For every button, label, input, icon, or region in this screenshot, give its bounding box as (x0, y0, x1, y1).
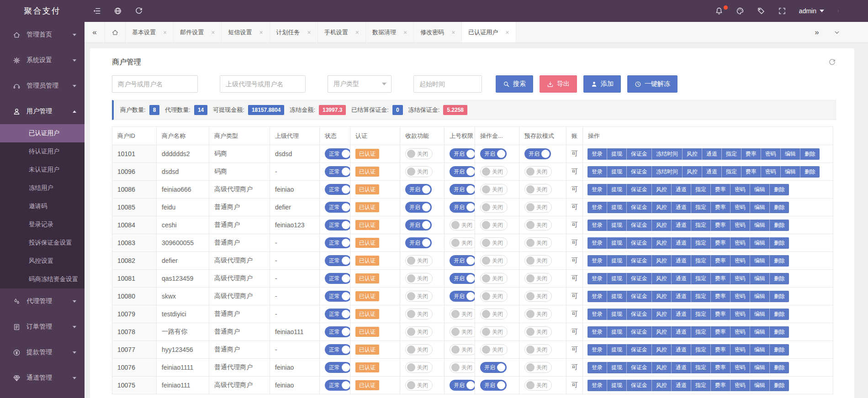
sidebar-item-0[interactable]: 管理首页 (0, 22, 85, 47)
prestore-toggle[interactable]: 关闭 (524, 362, 552, 373)
operate-toggle[interactable]: 关闭 (480, 309, 508, 319)
status-toggle[interactable]: 正常 (325, 273, 350, 284)
search-button[interactable]: 搜索 (496, 75, 533, 93)
notifications-bell-icon[interactable] (715, 7, 723, 15)
operate-toggle[interactable]: 关闭 (480, 344, 508, 355)
action-delete[interactable]: 删除 (770, 273, 789, 284)
action-rate[interactable]: 费率 (711, 255, 730, 267)
collect-toggle[interactable]: 关闭 (405, 166, 433, 177)
action-channel[interactable]: 通道 (672, 220, 691, 231)
tab-6[interactable]: 修改密码× (414, 22, 462, 42)
action-margin[interactable]: 保证金 (627, 309, 652, 320)
tabs-scroll-left[interactable]: « (85, 22, 105, 42)
action-assign[interactable]: 指定 (691, 237, 711, 249)
upload-toggle[interactable]: 关闭 (450, 237, 475, 248)
action-margin[interactable]: 保证金 (627, 166, 652, 178)
action-rate[interactable]: 费率 (741, 166, 761, 178)
action-login[interactable]: 登录 (587, 380, 607, 391)
action-withdraw[interactable]: 提现 (607, 362, 627, 373)
operate-toggle[interactable]: 关闭 (480, 273, 508, 284)
action-edit[interactable]: 编辑 (750, 184, 770, 195)
upload-toggle[interactable]: 开启 (450, 148, 475, 159)
action-channel[interactable]: 通道 (702, 166, 722, 178)
sidebar-subitem-6[interactable]: 投诉保证金设置 (0, 234, 85, 252)
action-delete[interactable]: 删除 (770, 326, 789, 338)
user-type-select[interactable]: 用户类型 (328, 75, 392, 93)
action-login[interactable]: 登录 (587, 362, 607, 373)
sidebar-subitem-7[interactable]: 风控设置 (0, 252, 85, 270)
upload-toggle[interactable]: 关闭 (450, 344, 475, 355)
add-button[interactable]: 添加 (583, 75, 621, 93)
action-assign[interactable]: 指定 (691, 326, 711, 338)
status-toggle[interactable]: 正常 (325, 255, 350, 266)
upload-toggle[interactable]: 开启 (450, 273, 475, 284)
action-login[interactable]: 登录 (587, 202, 607, 213)
action-delete[interactable]: 删除 (770, 362, 789, 373)
status-toggle[interactable]: 正常 (325, 148, 350, 159)
upload-toggle[interactable]: 开启 (450, 166, 475, 177)
action-margin[interactable]: 保证金 (627, 255, 652, 267)
action-risk[interactable]: 风控 (652, 220, 672, 231)
action-freeze-time[interactable]: 冻结时间 (652, 148, 683, 160)
action-assign[interactable]: 指定 (691, 220, 711, 231)
operate-toggle[interactable]: 开启 (480, 148, 507, 159)
prestore-toggle[interactable]: 关闭 (524, 309, 552, 319)
sidebar-subitem-5[interactable]: 登录记录 (0, 215, 85, 234)
action-login[interactable]: 登录 (587, 255, 607, 267)
upload-toggle[interactable]: 开启 (450, 380, 475, 391)
action-edit[interactable]: 编辑 (781, 166, 800, 178)
close-icon[interactable]: × (163, 29, 167, 36)
action-password[interactable]: 密码 (730, 344, 750, 356)
action-margin[interactable]: 保证金 (627, 362, 652, 373)
close-icon[interactable]: × (307, 29, 311, 36)
sidebar-subitem-3[interactable]: 冻结用户 (0, 179, 85, 197)
action-password[interactable]: 密码 (730, 291, 750, 302)
action-login[interactable]: 登录 (587, 326, 607, 338)
sidebar-item-2[interactable]: 管理员管理 (0, 73, 85, 99)
sidebar-item-7[interactable]: 通道管理 (0, 365, 85, 391)
action-edit[interactable]: 编辑 (750, 309, 770, 320)
action-withdraw[interactable]: 提现 (607, 166, 627, 178)
prestore-toggle[interactable]: 关闭 (524, 237, 552, 248)
prestore-toggle[interactable]: 关闭 (524, 220, 552, 230)
action-risk[interactable]: 风控 (652, 237, 672, 249)
action-freeze-time[interactable]: 冻结时间 (652, 166, 683, 178)
action-risk[interactable]: 风控 (652, 362, 672, 373)
tabs-menu-chevron-icon[interactable] (827, 22, 847, 42)
upload-toggle[interactable]: 关闭 (450, 362, 475, 373)
action-delete[interactable]: 删除 (770, 291, 789, 302)
close-icon[interactable]: × (259, 29, 263, 36)
operate-toggle[interactable]: 关闭 (480, 202, 508, 213)
action-risk[interactable]: 风控 (652, 255, 672, 267)
operate-toggle[interactable]: 开启 (480, 362, 507, 373)
tab-5[interactable]: 数据清理× (366, 22, 414, 42)
action-edit[interactable]: 编辑 (750, 326, 770, 338)
action-margin[interactable]: 保证金 (627, 184, 652, 195)
card-refresh-icon[interactable] (828, 58, 836, 66)
action-password[interactable]: 密码 (761, 166, 781, 178)
action-margin[interactable]: 保证金 (627, 202, 652, 213)
action-delete[interactable]: 删除 (800, 148, 820, 160)
operate-toggle[interactable]: 关闭 (480, 237, 508, 248)
prestore-toggle[interactable]: 关闭 (524, 184, 552, 195)
action-delete[interactable]: 删除 (770, 220, 789, 231)
collect-toggle[interactable]: 开启 (405, 184, 432, 195)
action-edit[interactable]: 编辑 (750, 273, 770, 284)
prestore-toggle[interactable]: 关闭 (524, 291, 552, 302)
action-risk[interactable]: 风控 (652, 309, 672, 320)
action-assign[interactable]: 指定 (691, 202, 711, 213)
operate-toggle[interactable]: 关闭 (480, 220, 508, 230)
status-toggle[interactable]: 正常 (325, 202, 350, 213)
start-date-input[interactable] (413, 75, 482, 93)
collect-toggle[interactable]: 关闭 (405, 344, 433, 355)
sidebar-subitem-1[interactable]: 待认证用户 (0, 142, 85, 161)
tab-7[interactable]: 已认证用户× (462, 22, 516, 42)
action-edit[interactable]: 编辑 (750, 291, 770, 302)
action-edit[interactable]: 编辑 (750, 202, 770, 213)
action-channel[interactable]: 通道 (672, 344, 691, 356)
kebab-menu-icon[interactable] (837, 7, 840, 15)
action-withdraw[interactable]: 提现 (607, 291, 627, 302)
action-edit[interactable]: 编辑 (750, 380, 770, 391)
action-risk[interactable]: 风控 (652, 291, 672, 302)
action-login[interactable]: 登录 (587, 166, 607, 178)
